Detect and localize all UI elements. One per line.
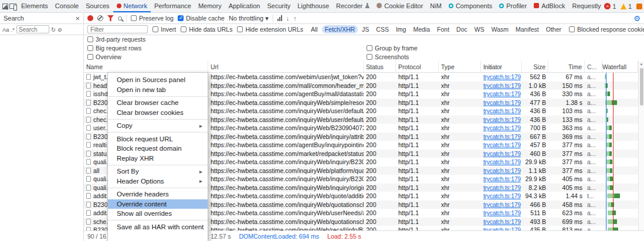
initiator-link[interactable]: trycatch.ts:179 — [483, 184, 521, 191]
tab-nim[interactable]: NiM — [426, 0, 445, 12]
inspect-element-icon[interactable] — [2, 2, 8, 11]
filter-pill-font[interactable]: Font — [434, 25, 452, 33]
tab-requestly[interactable]: Requestly — [568, 0, 604, 12]
menu-item-header-options[interactable]: Header Options▸ — [108, 176, 208, 186]
menu-item-block-request-domain[interactable]: Block request domain — [108, 144, 208, 154]
menu-item-block-request-url[interactable]: Block request URL — [108, 134, 208, 144]
column-header-waterfall[interactable]: Waterfall — [602, 61, 638, 72]
initiator-link[interactable]: trycatch.ts:179 — [483, 209, 521, 216]
column-header-url[interactable]: Url — [208, 61, 364, 72]
filter-pill-other[interactable]: Other — [543, 25, 564, 33]
cell-initiator[interactable]: trycatch.ts:179 — [481, 150, 522, 158]
tab-sources[interactable]: Sources — [82, 0, 113, 12]
filter-pill-doc[interactable]: Doc — [453, 25, 470, 33]
cell-initiator[interactable]: trycatch.ts:179 — [481, 158, 522, 167]
vertical-scrollbar[interactable]: ▲ — [638, 61, 644, 230]
preserve-log-checkbox[interactable]: Preserve log — [131, 15, 174, 22]
big-request-rows-checkbox[interactable]: Big request rows — [87, 45, 141, 52]
cell-initiator[interactable]: trycatch.ts:179 — [481, 124, 522, 133]
tab-performance[interactable]: Performance — [151, 0, 195, 12]
initiator-link[interactable]: trycatch.ts:179 — [483, 82, 521, 89]
tab-lighthouse[interactable]: Lighthouse — [294, 0, 333, 12]
initiator-link[interactable]: trycatch.ts:179 — [483, 175, 521, 182]
initiator-link[interactable]: trycatch.ts:179 — [483, 90, 521, 97]
close-search-icon[interactable]: × — [75, 15, 80, 22]
filter-pill-wasm[interactable]: Wasm — [489, 25, 511, 33]
network-conditions-icon[interactable] — [277, 15, 282, 21]
filter-pill-img[interactable]: Img — [393, 25, 409, 33]
group-by-frame-checkbox[interactable]: Group by frame — [367, 45, 418, 52]
filter-pill-media[interactable]: Media — [410, 25, 433, 33]
screenshots-checkbox[interactable]: Screenshots — [367, 53, 409, 60]
tab-cookie-editor[interactable]: Cookie Editor — [373, 0, 426, 12]
column-header-cache[interactable]: C... — [585, 61, 602, 72]
cell-initiator[interactable]: trycatch.ts:179 — [481, 90, 522, 99]
menu-item-show-all-overrides[interactable]: Show all overrides — [108, 209, 208, 219]
initiator-link[interactable]: trycatch.ts:179 — [483, 116, 521, 123]
clear-network-log-icon[interactable] — [97, 15, 103, 21]
clear-search-icon[interactable]: ⊘ — [57, 26, 62, 33]
menu-item-sort-by[interactable]: Sort By▸ — [108, 167, 208, 176]
column-header-status[interactable]: Status — [364, 61, 396, 72]
filter-pill-js[interactable]: JS — [359, 25, 372, 33]
filter-funnel-icon[interactable] — [107, 15, 114, 21]
initiator-link[interactable]: trycatch.ts:179 — [483, 192, 521, 199]
cell-initiator[interactable]: trycatch.ts:179 — [481, 141, 522, 150]
tab-components[interactable]: Components — [445, 0, 496, 12]
cell-initiator[interactable]: trycatch.ts:179 — [481, 175, 522, 184]
cell-initiator[interactable]: trycatch.ts:179 — [481, 218, 522, 226]
export-har-icon[interactable]: ↑ — [293, 15, 297, 22]
cell-initiator[interactable]: trycatch.ts:179 — [481, 192, 522, 201]
initiator-link[interactable]: trycatch.ts:179 — [483, 133, 521, 140]
tab-profiler[interactable]: Profiler — [496, 0, 530, 12]
initiator-link[interactable]: trycatch.ts:179 — [483, 124, 521, 131]
cell-initiator[interactable]: trycatch.ts:179 — [481, 209, 522, 218]
cell-initiator[interactable]: trycatch.ts:179 — [481, 82, 522, 90]
menu-item-override-headers[interactable]: Override headers — [108, 189, 208, 199]
tab-application[interactable]: Application — [225, 0, 264, 12]
menu-item-open-in-new-tab[interactable]: Open in new tab — [108, 85, 208, 95]
tab-network[interactable]: Network — [113, 0, 151, 12]
scrollbar-thumb[interactable] — [640, 68, 643, 106]
record-icon[interactable] — [87, 15, 93, 21]
error-badge[interactable]: × 1 — [604, 3, 616, 10]
menu-item-copy[interactable]: Copy▸ — [108, 121, 208, 131]
menu-item-open-in-sources-panel[interactable]: Open in Sources panel — [108, 75, 208, 85]
initiator-link[interactable]: trycatch.ts:179 — [483, 167, 521, 174]
initiator-link[interactable]: trycatch.ts:179 — [483, 201, 521, 208]
column-header-name[interactable]: Name — [84, 61, 208, 72]
menu-item-override-content[interactable]: Override content — [108, 199, 208, 209]
invert-checkbox[interactable]: Invert — [152, 26, 176, 33]
cell-initiator[interactable]: trycatch.ts:179 — [481, 116, 522, 124]
hide-extension-urls-checkbox[interactable]: Hide extension URLs — [237, 26, 303, 33]
scroll-up-icon[interactable]: ▲ — [639, 61, 644, 67]
cell-initiator[interactable]: trycatch.ts:179 — [481, 133, 522, 141]
warning-badge[interactable]: 1 — [621, 3, 632, 10]
initiator-link[interactable]: trycatch.ts:179 — [483, 150, 521, 157]
menu-item-replay-xhr[interactable]: Replay XHR — [108, 154, 208, 164]
menu-item-clear-browser-cache[interactable]: Clear browser cache — [108, 98, 208, 108]
overview-checkbox[interactable]: Overview — [87, 53, 121, 60]
initiator-link[interactable]: trycatch.ts:179 — [483, 218, 521, 225]
filter-pill-manifest[interactable]: Manifest — [513, 25, 542, 33]
menu-item-save-all-as-har-with-content[interactable]: Save all as HAR with content — [108, 222, 208, 232]
tab-memory[interactable]: Memory — [195, 0, 225, 12]
search-input[interactable] — [16, 25, 49, 33]
tab-elements[interactable]: Elements — [18, 0, 52, 12]
initiator-link[interactable]: trycatch.ts:179 — [483, 73, 521, 80]
hide-data-urls-checkbox[interactable]: Hide data URLs — [181, 26, 232, 33]
cell-initiator[interactable]: trycatch.ts:179 — [481, 201, 522, 209]
column-header-protocol[interactable]: Protocol — [396, 61, 439, 72]
initiator-link[interactable]: trycatch.ts:179 — [483, 141, 521, 148]
cell-initiator[interactable]: trycatch.ts:179 — [481, 184, 522, 192]
network-settings-gear-icon[interactable]: ⚙ — [633, 15, 640, 22]
filter-input[interactable] — [87, 25, 148, 33]
cell-initiator[interactable]: trycatch.ts:179 — [481, 99, 522, 107]
initiator-link[interactable]: trycatch.ts:179 — [483, 226, 521, 230]
column-header-initiator[interactable]: Initiator — [481, 61, 522, 72]
initiator-link[interactable]: trycatch.ts:179 — [483, 99, 521, 106]
import-har-icon[interactable]: ↓ — [286, 15, 290, 22]
filter-pill-ws[interactable]: WS — [472, 25, 487, 33]
extension-badge[interactable]: 1 — [636, 3, 644, 10]
cell-initiator[interactable]: trycatch.ts:179 — [481, 73, 522, 82]
